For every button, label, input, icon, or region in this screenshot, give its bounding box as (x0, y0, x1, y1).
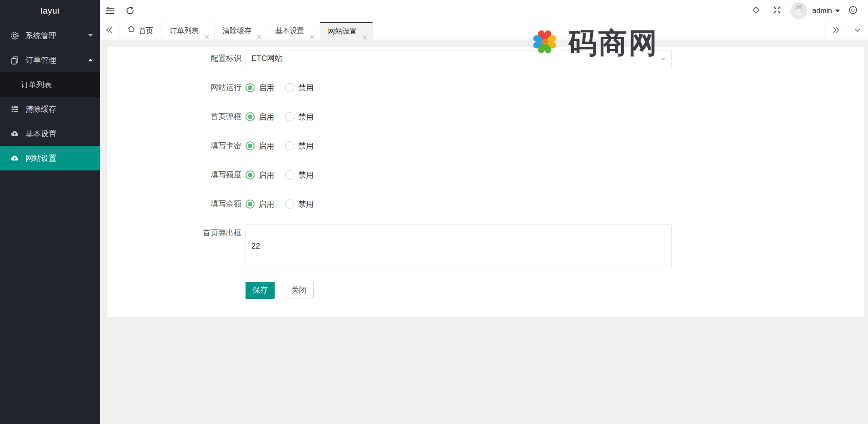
tab-label: 清除缓存 (222, 27, 251, 35)
radio-label: 禁用 (298, 141, 314, 151)
radio-label: 禁用 (298, 83, 314, 93)
select-caret-icon (661, 58, 666, 63)
close-button[interactable]: 关闭 (284, 282, 314, 299)
site-settings-form: 配置标识 ETC网站 网站运行 启用 禁用 首页弹框 启用 (107, 47, 864, 299)
tab-bar-right-controls (825, 22, 868, 40)
radio-unchecked-icon[interactable] (285, 141, 294, 150)
sidebar-menu: 系统管理 订单管理 订单列表 (0, 23, 100, 170)
tabs-menu-button[interactable] (847, 22, 868, 40)
chevron-up-icon (88, 56, 93, 61)
radio-disable[interactable]: 禁用 (285, 195, 314, 213)
tab-basic-settings[interactable]: 基本设置 (267, 22, 320, 40)
radio-enable[interactable]: 启用 (246, 79, 274, 96)
app-logo: layui (0, 0, 100, 22)
user-menu[interactable]: admin (812, 7, 843, 15)
theme-button[interactable] (843, 0, 863, 22)
double-chevron-left-icon (105, 25, 114, 36)
caret-down-icon (835, 10, 840, 15)
radio-checked-icon[interactable] (246, 170, 255, 180)
radio-disable[interactable]: 禁用 (285, 137, 314, 155)
brand-logo: 码商网 (527, 24, 658, 62)
popup-textarea[interactable]: 22 (246, 224, 672, 268)
tab-home[interactable]: 首页 (119, 22, 162, 40)
radio-unchecked-icon[interactable] (285, 112, 294, 121)
content-card: 配置标识 ETC网站 网站运行 启用 禁用 首页弹框 启用 (107, 47, 864, 317)
form-row-balance: 填写余额 启用 禁用 (107, 195, 864, 213)
close-icon[interactable] (257, 28, 262, 46)
radio-label: 禁用 (298, 199, 314, 210)
field-label: 填写额度 (107, 166, 246, 184)
save-button[interactable]: 保存 (246, 282, 275, 299)
field-label: 填写卡密 (107, 137, 246, 155)
field-label: 网站运行 (107, 79, 246, 96)
fullscreen-icon (772, 5, 782, 17)
radio-enable[interactable]: 启用 (246, 166, 274, 184)
tabs-scroll-right-button[interactable] (825, 22, 847, 40)
radio-disable[interactable]: 禁用 (285, 108, 314, 125)
copy-icon (10, 55, 20, 65)
svg-text:求真相: 求真相 (796, 5, 803, 7)
cloud-upload-icon (10, 129, 20, 139)
sidebar-item-order-management[interactable]: 订单管理 (0, 48, 100, 72)
tab-site-settings[interactable]: 网站设置 (320, 22, 373, 40)
double-chevron-right-icon (832, 25, 841, 36)
popup-textarea-label: 首页弹出框 (107, 224, 246, 268)
radio-enable[interactable]: 启用 (246, 108, 274, 125)
sidebar-item-site-settings[interactable]: 网站设置 (0, 146, 100, 170)
home-icon (127, 22, 139, 40)
radio-unchecked-icon[interactable] (285, 200, 294, 209)
radio-label: 启用 (259, 170, 274, 180)
radio-checked-icon[interactable] (246, 112, 255, 121)
radio-unchecked-icon[interactable] (285, 83, 294, 92)
refresh-button[interactable] (120, 0, 140, 22)
config-select-value: ETC网站 (251, 54, 282, 63)
avatar[interactable]: 求真相 (790, 2, 808, 20)
close-icon[interactable] (362, 29, 367, 46)
form-row-popup-content: 首页弹出框 22 (107, 224, 864, 268)
config-label: 配置标识 (107, 50, 246, 67)
radio-disable[interactable]: 禁用 (285, 79, 314, 96)
radio-checked-icon[interactable] (246, 83, 255, 92)
tab-bar: 首页 订单列表 清除缓存 基本设置 网站设置 (100, 22, 868, 40)
palette-icon (848, 5, 858, 17)
sidebar-item-label: 清除缓存 (25, 104, 56, 115)
close-icon[interactable] (204, 28, 209, 46)
radio-disable[interactable]: 禁用 (285, 166, 314, 184)
fullscreen-button[interactable] (767, 0, 788, 22)
sidebar: layui 系统管理 订单管理 订单列表 (0, 0, 100, 424)
top-header: 求真相 admin (100, 0, 868, 22)
chevron-down-icon (88, 34, 93, 39)
radio-label: 启用 (259, 83, 274, 93)
tab-label: 首页 (139, 22, 153, 40)
radio-checked-icon[interactable] (246, 141, 255, 150)
tabs-scroll-left-button[interactable] (100, 22, 119, 40)
radio-unchecked-icon[interactable] (285, 170, 294, 180)
collapse-sidebar-button[interactable] (100, 0, 120, 22)
sidebar-item-order-list[interactable]: 订单列表 (0, 72, 100, 97)
tag-button[interactable] (746, 0, 767, 22)
field-label: 首页弹框 (107, 108, 246, 125)
tab-order-list[interactable]: 订单列表 (162, 22, 215, 40)
field-label: 填写余额 (107, 195, 246, 213)
sidebar-item-system-management[interactable]: 系统管理 (0, 23, 100, 48)
tab-label: 基本设置 (275, 27, 304, 35)
sidebar-item-label: 订单列表 (21, 80, 52, 90)
form-row-config: 配置标识 ETC网站 (107, 50, 864, 67)
radio-enable[interactable]: 启用 (246, 137, 274, 155)
sidebar-item-label: 基本设置 (25, 129, 56, 139)
gear-icon (10, 31, 20, 40)
tag-icon (751, 5, 761, 17)
form-row-home-popup-toggle: 首页弹框 启用 禁用 (107, 108, 864, 125)
sidebar-item-label: 网站设置 (25, 153, 56, 164)
radio-label: 禁用 (298, 112, 314, 122)
close-icon[interactable] (310, 28, 315, 46)
radio-label: 启用 (259, 141, 274, 151)
list-icon (10, 105, 20, 114)
sidebar-item-clear-cache[interactable]: 清除缓存 (0, 97, 100, 121)
radio-enable[interactable]: 启用 (246, 195, 274, 213)
radio-label: 禁用 (298, 170, 314, 180)
tab-clear-cache[interactable]: 清除缓存 (215, 22, 267, 40)
radio-label: 启用 (259, 199, 274, 210)
sidebar-item-basic-settings[interactable]: 基本设置 (0, 121, 100, 146)
radio-checked-icon[interactable] (246, 200, 255, 209)
